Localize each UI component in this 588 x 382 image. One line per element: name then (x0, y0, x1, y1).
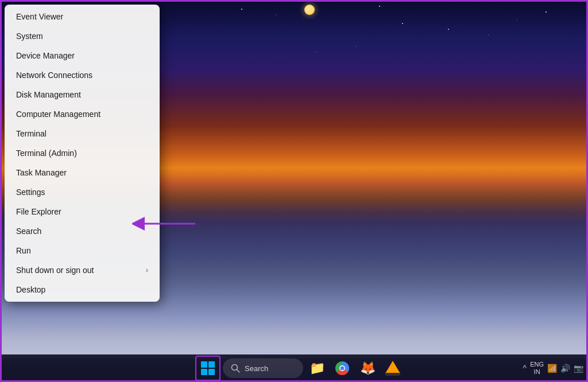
menu-item-label-network-connections: Network Connections (16, 71, 92, 80)
menu-item-computer-management[interactable]: Computer Management (5, 104, 160, 124)
menu-item-label-search: Search (16, 227, 41, 236)
win-sq-bl (201, 369, 207, 375)
menu-item-run[interactable]: Run (5, 241, 160, 260)
menu-item-label-file-explorer: File Explorer (16, 207, 61, 216)
lang-bottom: IN (534, 368, 540, 376)
star (546, 11, 547, 13)
search-label: Search (245, 364, 268, 373)
language-indicator[interactable]: ENG IN (530, 361, 544, 376)
start-button[interactable] (195, 356, 220, 381)
menu-item-label-shut-down: Shut down or sign out (16, 266, 94, 275)
chevron-up-icon[interactable]: ^ (523, 364, 527, 373)
menu-item-label-terminal: Terminal (16, 129, 47, 138)
menu-item-task-manager[interactable]: Task Manager (5, 163, 160, 182)
menu-item-label-desktop: Desktop (16, 285, 45, 294)
star (379, 6, 380, 7)
menu-item-settings[interactable]: Settings (5, 182, 160, 202)
menu-item-label-settings: Settings (16, 188, 45, 197)
search-box[interactable]: Search (223, 358, 303, 378)
menu-item-file-explorer[interactable]: File Explorer (5, 202, 160, 221)
windows-icon (201, 361, 215, 375)
win-sq-br (208, 369, 215, 375)
star (356, 46, 357, 46)
search-icon (231, 364, 240, 373)
star (316, 52, 316, 52)
firefox-icon: 🦊 (360, 361, 376, 376)
menu-item-label-device-manager: Device Manager (16, 51, 75, 60)
menu-item-terminal-admin[interactable]: Terminal (Admin) (5, 143, 160, 163)
taskbar-vlc[interactable] (381, 357, 404, 380)
system-tray: ^ ENG IN 📶 🔊 📷 (523, 361, 583, 376)
svg-line-1 (237, 370, 240, 373)
star (517, 20, 517, 21)
star (276, 14, 276, 15)
menu-item-label-disk-management: Disk Management (16, 90, 81, 99)
menu-item-label-event-viewer: Event Viewer (16, 12, 63, 21)
menu-item-terminal[interactable]: Terminal (5, 124, 160, 143)
menu-item-system[interactable]: System (5, 26, 160, 46)
menu-item-desktop[interactable]: Desktop (5, 280, 160, 299)
submenu-chevron-icon: › (146, 266, 148, 274)
menu-item-disk-management[interactable]: Disk Management (5, 85, 160, 104)
win-sq-tl (201, 361, 207, 368)
moon (304, 5, 315, 15)
vlc-icon (385, 361, 400, 376)
taskbar-center: Search 📁 🦊 (184, 356, 404, 381)
folder-icon: 📁 (310, 361, 325, 376)
menu-item-search[interactable]: Search (5, 221, 160, 241)
star (241, 9, 242, 10)
taskbar-chrome[interactable] (331, 357, 354, 380)
menu-item-label-terminal-admin: Terminal (Admin) (16, 149, 77, 158)
menu-item-network-connections[interactable]: Network Connections (5, 65, 160, 85)
volume-icon[interactable]: 🔊 (560, 364, 570, 373)
taskbar-file-explorer[interactable]: 📁 (305, 357, 328, 380)
win-sq-tr (208, 361, 215, 368)
menu-item-shut-down[interactable]: Shut down or sign out› (5, 260, 160, 280)
taskbar: Search 📁 🦊 ^ ENG (0, 354, 588, 382)
wifi-icon[interactable]: 📶 (547, 364, 557, 373)
menu-item-label-system: System (16, 32, 43, 41)
taskbar-firefox[interactable]: 🦊 (356, 357, 379, 380)
menu-item-label-run: Run (16, 246, 31, 255)
camera-icon[interactable]: 📷 (574, 364, 583, 373)
menu-item-label-computer-management: Computer Management (16, 110, 100, 119)
menu-item-device-manager[interactable]: Device Manager (5, 46, 160, 65)
star (488, 34, 489, 35)
star (402, 23, 403, 24)
lang-top: ENG (530, 361, 544, 368)
chrome-icon (335, 361, 349, 375)
menu-item-label-task-manager: Task Manager (16, 168, 67, 177)
context-menu: Event ViewerSystemDevice ManagerNetwork … (5, 5, 160, 302)
star (448, 29, 449, 30)
menu-item-event-viewer[interactable]: Event Viewer (5, 7, 160, 26)
